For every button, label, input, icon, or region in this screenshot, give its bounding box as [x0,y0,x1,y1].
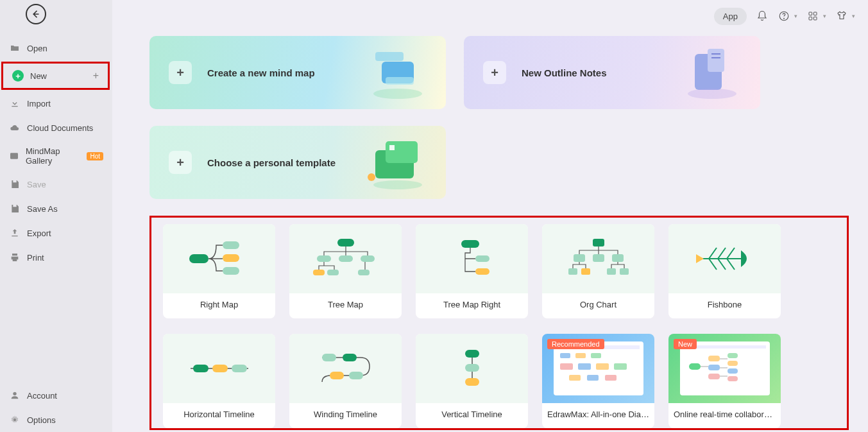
gallery-icon [9,150,19,162]
print-icon [9,252,21,263]
saveas-icon [9,203,21,214]
card-personal-template[interactable]: + Choose a personal template [149,126,446,199]
svg-rect-77 [728,376,738,381]
sidebar-item-cloud[interactable]: Cloud Documents [0,116,112,140]
sidebar-item-gallery[interactable]: MindMap Gallery Hot [0,140,112,172]
svg-point-21 [368,173,375,181]
template-org-chart[interactable]: Org Chart [542,224,654,318]
svg-rect-68 [605,375,617,381]
sidebar-label: Account [27,391,57,401]
svg-point-22 [373,180,422,189]
svg-rect-43 [607,268,616,275]
svg-marker-45 [696,254,704,263]
template-art-icon [362,132,433,193]
template-label: Right Map [163,293,275,318]
sidebar-label: MindMap Gallery [26,146,80,166]
folder-icon [9,42,21,54]
sidebar-label: Import [27,99,51,108]
svg-rect-28 [317,255,331,262]
svg-rect-62 [560,363,573,370]
svg-rect-24 [223,241,239,249]
svg-rect-70 [689,363,701,370]
template-tree-map[interactable]: Tree Map [289,224,402,318]
svg-rect-49 [232,365,247,372]
sidebar-label: Export [27,229,51,238]
svg-rect-72 [708,365,720,370]
template-vertical-timeline[interactable]: Vertical Timeline [416,334,528,428]
template-horizontal-timeline[interactable]: Horizontal Timeline [163,334,275,428]
sidebar-label: Save [27,180,46,189]
template-winding-timeline[interactable]: Winding Timeline [289,334,402,428]
svg-rect-34 [461,240,479,248]
svg-rect-27 [337,239,354,246]
svg-rect-73 [708,374,720,379]
sidebar-item-new[interactable]: + New + [1,62,110,90]
template-tree-map-right[interactable]: Tree Map Right [416,224,528,318]
sidebar-label: Cloud Documents [27,123,93,133]
svg-rect-50 [322,354,336,361]
svg-rect-10 [375,52,404,61]
template-label: Horizontal Timeline [163,403,275,428]
main-content: + Create a new mind map + New Outline No… [112,0,868,432]
account-icon [9,390,21,401]
plus-icon: + [169,61,192,84]
sidebar-item-saveas[interactable]: Save As [0,196,112,221]
svg-rect-36 [475,268,489,275]
sidebar-label: New [30,71,47,81]
svg-rect-11 [386,77,414,85]
svg-rect-71 [708,356,720,361]
template-label: Org Chart [542,293,654,318]
svg-point-17 [688,89,736,99]
sidebar-item-options[interactable]: Options [0,408,112,432]
fishbone-icon [668,224,781,293]
svg-rect-67 [587,375,599,381]
org-chart-icon [542,224,654,293]
template-right-map[interactable]: Right Map [163,224,275,318]
svg-rect-37 [593,239,604,246]
svg-rect-61 [591,353,601,358]
template-online-collab[interactable]: New Online real-time collaborat... [668,334,781,428]
back-button[interactable] [26,4,46,24]
template-label: EdrawMax: All-in-one Diag... [542,403,654,428]
sidebar-label: Print [27,253,44,263]
sidebar-item-open[interactable]: Open [0,36,112,60]
svg-rect-32 [327,270,339,275]
card-outline-notes[interactable]: + New Outline Notes [464,36,760,109]
sidebar-item-account[interactable]: Account [0,383,112,408]
svg-rect-57 [465,378,479,386]
sidebar-label: Open [27,44,47,53]
sidebar-item-export[interactable]: Export [0,221,112,245]
sidebar-item-save: Save [0,172,112,196]
svg-rect-29 [339,255,353,262]
svg-rect-19 [386,141,418,163]
sidebar-item-import[interactable]: Import [0,91,112,116]
svg-rect-6 [10,153,18,159]
svg-rect-63 [578,363,591,370]
svg-rect-51 [343,354,357,361]
sidebar-item-print[interactable]: Print [0,245,112,270]
import-icon [9,98,21,109]
svg-rect-66 [569,375,581,381]
svg-rect-41 [568,268,577,275]
svg-rect-55 [465,350,479,358]
gear-icon [9,414,21,426]
svg-rect-75 [728,361,738,366]
svg-rect-35 [475,255,489,262]
plus-icon: + [93,70,99,82]
svg-rect-56 [465,364,479,372]
export-icon [9,227,21,239]
svg-rect-42 [581,268,590,275]
svg-point-12 [373,89,422,99]
svg-rect-30 [361,255,375,262]
template-fishbone[interactable]: Fishbone [668,224,781,318]
plus-icon: + [169,151,192,174]
outline-art-icon [677,42,747,103]
card-new-mindmap[interactable]: + Create a new mind map [149,36,446,109]
sidebar-label: Save As [27,204,58,214]
svg-rect-52 [330,372,344,379]
right-map-icon [163,224,275,293]
svg-rect-23 [189,254,208,263]
template-edrawmax[interactable]: Recommended EdrawMax: All-in-one Diag... [542,334,654,428]
template-label: Fishbone [668,293,781,318]
svg-rect-25 [223,254,239,262]
